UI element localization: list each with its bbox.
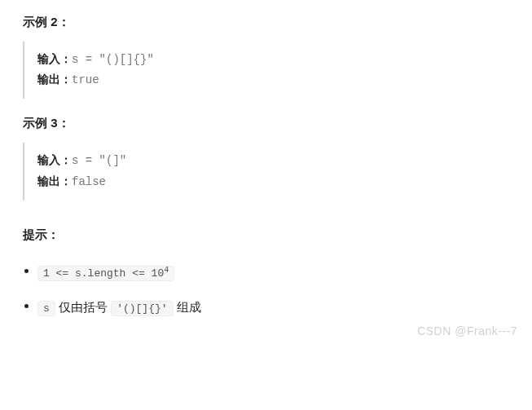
example-3-output-row: 输出：false (37, 172, 509, 192)
tips-item-2-suffix: 组成 (174, 300, 201, 314)
constraint-code: 1 <= s.length <= 104 (37, 266, 174, 281)
example-2-output-row: 输出：true (37, 70, 509, 90)
example-2-block: 输入：s = "()[]{}" 输出：true (23, 42, 509, 99)
watermark-bottom: CSDN @Frank---7 (417, 322, 517, 340)
output-value: false (72, 175, 106, 188)
tips-list: 1 <= s.length <= 104 s 仅由括号 '()[]{}' 组成 (23, 261, 509, 319)
var-code: s (37, 301, 55, 316)
tips-item-2-mid: 仅由括号 (55, 300, 111, 314)
constraint-code-text: 1 <= s.length <= 10 (43, 267, 164, 280)
tips-heading: 提示： (23, 225, 509, 245)
brackets-code: '()[]{}' (111, 301, 173, 316)
example-3-heading: 示例 3： (23, 113, 509, 133)
tips-item-2: s 仅由括号 '()[]{}' 组成 (23, 296, 509, 318)
example-2-input-row: 输入：s = "()[]{}" (37, 50, 509, 70)
input-value: s = "()[]{}" (72, 53, 154, 66)
input-label: 输入： (37, 53, 72, 66)
tips-item-1: 1 <= s.length <= 104 (23, 261, 509, 283)
example-3-input-row: 输入：s = "(]" (37, 151, 509, 171)
example-2-heading: 示例 2： (23, 12, 509, 32)
input-value: s = "(]" (72, 154, 126, 167)
example-3-block: 输入：s = "(]" 输出：false (23, 143, 509, 200)
output-label: 输出： (37, 73, 72, 86)
input-label: 输入： (37, 154, 72, 167)
output-value: true (72, 73, 99, 86)
output-label: 输出： (37, 175, 72, 188)
constraint-sup: 4 (164, 265, 169, 274)
